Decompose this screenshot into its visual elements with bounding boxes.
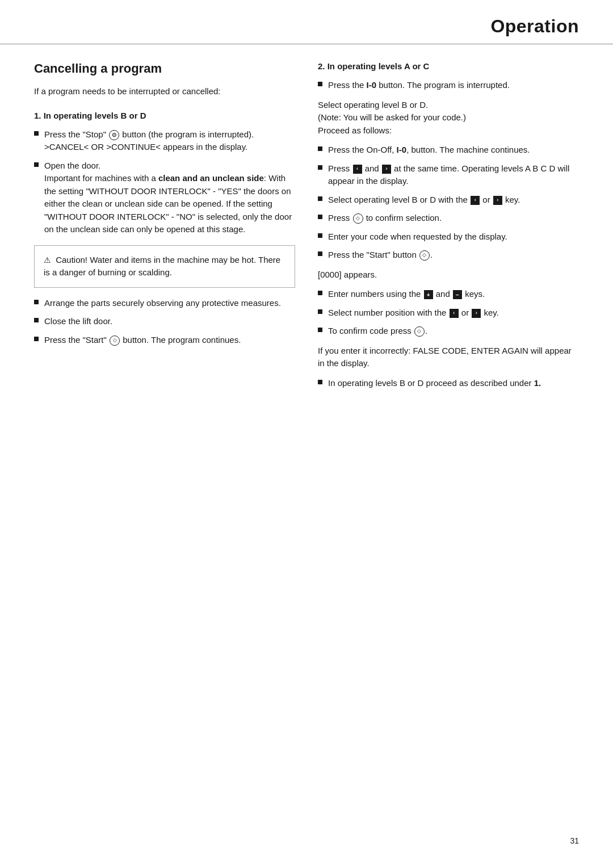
- confirm-icon: ◇: [353, 213, 363, 224]
- bullet-text: Open the door. Important for machines wi…: [44, 160, 295, 236]
- i0-text: I-0: [367, 80, 377, 90]
- bullet-icon: [318, 82, 322, 86]
- left-column: Cancelling a program If a program needs …: [34, 61, 295, 396]
- list-item: Press the "Start" ◇ button. The program …: [34, 334, 295, 347]
- arrow-left-icon-2: ‹: [471, 196, 480, 205]
- bullet-text: Press the "Start" ◇ button. The program …: [44, 334, 295, 347]
- bullet-icon: [318, 251, 322, 256]
- bullet-icon: [318, 309, 322, 314]
- bullet-icon: [318, 196, 322, 201]
- false-code-text: If you enter it incorrectly: FALSE CODE,…: [318, 345, 579, 370]
- right-column: 2. In operating levels A or C Press the …: [318, 61, 579, 396]
- bullet-icon: [34, 131, 39, 136]
- list-item: Arrange the parts securely observing any…: [34, 297, 295, 310]
- bullet-icon: [318, 146, 322, 151]
- bullet-text: Arrange the parts securely observing any…: [44, 297, 295, 310]
- bullet-list-2: Arrange the parts securely observing any…: [34, 297, 295, 347]
- start-button-icon: ◇: [110, 336, 120, 346]
- bullet-text: Enter numbers using the + and − keys.: [328, 288, 579, 301]
- bullet-icon: [318, 291, 322, 295]
- list-item: Press ‹ and › at the same time. Operatin…: [318, 162, 579, 188]
- bullet-icon: [318, 328, 322, 332]
- section-heading: Cancelling a program: [34, 61, 295, 76]
- bold-1: 1.: [534, 378, 541, 388]
- bullet-icon: [34, 300, 39, 304]
- start-icon-2: ◇: [419, 250, 430, 261]
- page-container: Operation Cancelling a program If a prog…: [0, 0, 613, 868]
- bullet-text: Close the lift door.: [44, 315, 295, 328]
- page-title: Operation: [34, 16, 579, 37]
- mid-text-1: Select operating level B or D. (Note: Yo…: [318, 99, 579, 137]
- list-item: Press the "Stop" ⊙ button (the program i…: [34, 128, 295, 154]
- list-item: Select operating level B or D with the ‹…: [318, 194, 579, 207]
- list-item: Press the "Start" button ◇.: [318, 249, 579, 262]
- list-item: Open the door. Important for machines wi…: [34, 160, 295, 236]
- i0-text: I-0: [397, 145, 407, 154]
- bullet-text: To confirm code press ◇.: [328, 325, 579, 338]
- list-item: Press ◇ to confirm selection.: [318, 212, 579, 225]
- page-number: 31: [570, 836, 579, 845]
- bullet-icon: [318, 233, 322, 238]
- bold-text: clean and an unclean side: [158, 173, 264, 183]
- arrow-right-icon: ›: [382, 165, 391, 174]
- bullet-text: In operating levels B or D proceed as de…: [328, 377, 579, 390]
- bullet-icon: [34, 337, 39, 341]
- bullet-list-4: Press the On-Off, I-0, button. The machi…: [318, 144, 579, 262]
- caution-icon: ⚠: [44, 254, 51, 266]
- list-item: Enter your code when requested by the di…: [318, 230, 579, 244]
- arrow-right-icon-2: ›: [493, 196, 502, 205]
- bullet-list-5: Enter numbers using the + and − keys. Se…: [318, 288, 579, 338]
- bullet-text: Select number position with the ‹ or › k…: [328, 307, 579, 320]
- bullet-text: Press the I-0 button. The program is int…: [328, 79, 579, 92]
- bullet-icon: [34, 318, 39, 322]
- list-item: Select number position with the ‹ or › k…: [318, 307, 579, 320]
- header-section: Operation: [0, 0, 613, 44]
- list-item: To confirm code press ◇.: [318, 325, 579, 338]
- bullet-text: Press ‹ and › at the same time. Operatin…: [328, 162, 579, 188]
- bullet-text: Press the "Start" button ◇.: [328, 249, 579, 262]
- list-item: Close the lift door.: [34, 315, 295, 328]
- bullet-text: Press the "Stop" ⊙ button (the program i…: [44, 128, 295, 154]
- confirm-icon-2: ◇: [414, 326, 425, 337]
- mid-text-2: [0000] appears.: [318, 269, 579, 282]
- bullet-text: Press the On-Off, I-0, button. The machi…: [328, 144, 579, 157]
- bullet-list-1: Press the "Stop" ⊙ button (the program i…: [34, 128, 295, 236]
- minus-icon: −: [453, 290, 462, 299]
- list-item: Enter numbers using the + and − keys.: [318, 288, 579, 301]
- plus-icon: +: [424, 290, 433, 299]
- subsection-heading-1: 1. In operating levels B or D: [34, 111, 295, 120]
- bullet-icon: [34, 162, 39, 167]
- bullet-list-6: In operating levels B or D proceed as de…: [318, 377, 579, 390]
- intro-text: If a program needs to be interrupted or …: [34, 85, 295, 98]
- list-item: Press the I-0 button. The program is int…: [318, 79, 579, 92]
- arrow-left-icon-3: ‹: [450, 309, 459, 318]
- arrow-right-icon-3: ›: [472, 309, 481, 318]
- bullet-text: Select operating level B or D with the ‹…: [328, 194, 579, 207]
- bullet-text: Press ◇ to confirm selection.: [328, 212, 579, 225]
- bullet-text: Enter your code when requested by the di…: [328, 230, 579, 244]
- list-item: Press the On-Off, I-0, button. The machi…: [318, 144, 579, 157]
- content-columns: Cancelling a program If a program needs …: [0, 61, 613, 396]
- bullet-icon: [318, 165, 322, 170]
- arrow-left-icon: ‹: [353, 165, 362, 174]
- bullet-icon: [318, 380, 322, 384]
- caution-text: Caution! Water and items in the machine …: [44, 255, 280, 278]
- subsection-heading-2: 2. In operating levels A or C: [318, 61, 579, 71]
- stop-button-icon: ⊙: [109, 130, 119, 140]
- list-item: In operating levels B or D proceed as de…: [318, 377, 579, 390]
- bullet-icon: [318, 215, 322, 219]
- caution-box: ⚠ Caution! Water and items in the machin…: [34, 245, 295, 288]
- bullet-list-3: Press the I-0 button. The program is int…: [318, 79, 579, 92]
